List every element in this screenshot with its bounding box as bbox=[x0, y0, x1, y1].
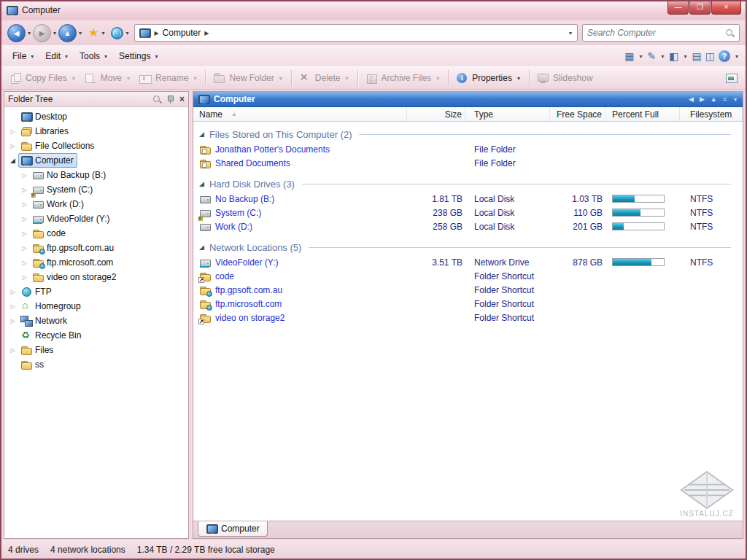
expand-arrow-icon[interactable]: ▷ bbox=[19, 260, 30, 266]
file-name-cell[interactable]: Work (D:) bbox=[193, 221, 407, 233]
file-row-work-d[interactable]: Work (D:)258 GBLocal Disk201 GBNTFS bbox=[193, 219, 743, 233]
header-back-icon[interactable]: ◀ bbox=[689, 96, 694, 103]
column-header-filesystem[interactable]: Filesystem bbox=[680, 107, 743, 121]
header-forward-icon[interactable]: ▶ bbox=[700, 96, 705, 103]
expand-arrow-icon[interactable]: ▷ bbox=[7, 347, 18, 354]
viewer-pane-button[interactable] bbox=[721, 70, 741, 87]
menu-file[interactable]: File ▾ bbox=[7, 48, 40, 64]
chevron-down-icon[interactable]: ▾ bbox=[192, 75, 198, 82]
tree-item-network[interactable]: ▷Network bbox=[4, 314, 188, 328]
tree-item-content[interactable]: code bbox=[30, 226, 69, 241]
archive-files-button[interactable]: Archive Files▾ bbox=[362, 70, 445, 87]
minimize-button[interactable]: — bbox=[667, 1, 689, 15]
group-header-network-locations-5[interactable]: ◢Network Locations (5) bbox=[193, 239, 743, 255]
rename-button[interactable]: Rename▾ bbox=[136, 70, 201, 87]
chevron-down-icon[interactable]: ▾ bbox=[278, 75, 284, 82]
help-dropdown[interactable]: ▾ bbox=[734, 53, 740, 60]
dual-pane-icon[interactable]: ◫ bbox=[705, 50, 715, 62]
help-icon[interactable] bbox=[719, 50, 730, 62]
file-name-cell[interactable]: No Backup (B:) bbox=[193, 193, 407, 205]
file-name-cell[interactable]: ftp.gpsoft.com.au bbox=[193, 284, 407, 296]
chevron-down-icon[interactable]: ▾ bbox=[125, 75, 131, 82]
header-up-icon[interactable]: ▲ bbox=[711, 96, 717, 103]
back-button[interactable]: ◀ bbox=[7, 24, 26, 42]
tree-item-content[interactable]: VideoFolder (Y:) bbox=[30, 211, 114, 226]
forward-dropdown[interactable]: ▾ bbox=[52, 30, 58, 36]
columns-icon[interactable]: ▤ bbox=[692, 50, 702, 62]
location-header[interactable]: Computer ◀ ▶ ▲ ≡ ▾ bbox=[193, 92, 743, 107]
file-row-system-c[interactable]: System (C:)238 GBLocal Disk110 GBNTFS bbox=[193, 206, 743, 219]
file-row-jonathan-potter-s-documents[interactable]: Jonathan Potter's DocumentsFile Folder bbox=[193, 142, 743, 156]
copy-files-button[interactable]: Copy Files▾ bbox=[6, 70, 80, 87]
file-name-cell[interactable]: code bbox=[193, 271, 407, 282]
view-grid-dropdown[interactable]: ▾ bbox=[638, 53, 644, 60]
expand-arrow-icon[interactable]: ▷ bbox=[7, 143, 18, 149]
column-header-size[interactable]: Size bbox=[407, 107, 465, 121]
file-row-ftp-microsoft-com[interactable]: ftp.microsoft.comFolder Shortcut bbox=[193, 297, 743, 311]
tree-item-content[interactable]: Computer bbox=[18, 153, 77, 168]
menu-settings[interactable]: Settings ▾ bbox=[114, 48, 164, 64]
expand-arrow-icon[interactable]: ▷ bbox=[19, 201, 30, 208]
edit-pencil-dropdown[interactable]: ▾ bbox=[659, 53, 665, 60]
forward-button[interactable]: ▶ bbox=[33, 24, 51, 42]
favorites-dropdown[interactable]: ▾ bbox=[100, 30, 106, 36]
chevron-down-icon[interactable]: ▾ bbox=[344, 75, 350, 82]
back-dropdown[interactable]: ▾ bbox=[26, 30, 32, 36]
expand-arrow-icon[interactable]: ▷ bbox=[19, 230, 30, 237]
tree-item-computer[interactable]: ◢Computer bbox=[4, 153, 188, 168]
tree-search-icon[interactable] bbox=[152, 95, 162, 104]
file-name-cell[interactable]: Shared Documents bbox=[193, 158, 407, 169]
column-header-type[interactable]: Type bbox=[465, 107, 550, 121]
up-dropdown[interactable]: ▾ bbox=[77, 30, 83, 36]
tree-item-content[interactable]: Work (D:) bbox=[30, 197, 88, 211]
tree-item-code[interactable]: ▷code bbox=[4, 226, 188, 241]
menu-edit[interactable]: Edit ▾ bbox=[40, 48, 74, 64]
collapse-arrow-icon[interactable]: ◢ bbox=[199, 131, 204, 138]
file-name-cell[interactable]: Jonathan Potter's Documents bbox=[193, 144, 407, 155]
file-row-video-on-storage2[interactable]: video on storage2Folder Shortcut bbox=[193, 311, 743, 324]
file-name-cell[interactable]: video on storage2 bbox=[193, 312, 407, 324]
tree-item-content[interactable]: Network bbox=[18, 314, 71, 328]
column-header-name[interactable]: Name▲ bbox=[193, 107, 407, 121]
maximize-button[interactable]: ❐ bbox=[689, 1, 711, 15]
expand-arrow-icon[interactable]: ▷ bbox=[7, 303, 18, 310]
tree-item-ftp-microsoft-com[interactable]: ▷ftp.microsoft.com bbox=[4, 255, 188, 270]
single-pane-icon[interactable]: ◧ bbox=[669, 50, 678, 62]
tree-close-icon[interactable]: × bbox=[179, 95, 185, 104]
tree-item-video-on-storage2[interactable]: ▷video on storage2 bbox=[4, 270, 188, 284]
group-header-files-stored-on-this-computer-2[interactable]: ◢Files Stored on This Computer (2) bbox=[193, 126, 743, 142]
tree-item-recycle-bin[interactable]: Recycle Bin bbox=[4, 328, 188, 343]
globe-icon[interactable] bbox=[111, 27, 123, 39]
crumb-arrow-icon[interactable]: ▶ bbox=[150, 30, 162, 36]
tree-item-content[interactable]: System (C:) bbox=[30, 182, 96, 197]
file-name-cell[interactable]: ftp.microsoft.com bbox=[193, 298, 407, 310]
file-row-videofolder-y[interactable]: VideoFolder (Y:)3.51 TBNetwork Drive878 … bbox=[193, 255, 743, 269]
tree-item-work-d[interactable]: ▷Work (D:) bbox=[4, 197, 188, 211]
expand-arrow-icon[interactable]: ▷ bbox=[19, 187, 30, 193]
tree-item-content[interactable]: Files bbox=[18, 343, 57, 357]
tree-item-libraries[interactable]: ▷Libraries bbox=[4, 124, 188, 139]
tree-item-ss[interactable]: ss bbox=[4, 357, 188, 372]
menu-tools[interactable]: Tools ▾ bbox=[74, 48, 114, 64]
collapse-arrow-icon[interactable]: ◢ bbox=[7, 157, 18, 164]
favorites-icon[interactable]: ★ bbox=[84, 26, 99, 41]
close-button[interactable]: × bbox=[711, 1, 741, 15]
tree-item-content[interactable]: Libraries bbox=[18, 124, 72, 139]
chevron-down-icon[interactable]: ▾ bbox=[516, 75, 522, 82]
tree-item-content[interactable]: ftp.gpsoft.com.au bbox=[30, 241, 117, 255]
file-name-cell[interactable]: System (C:) bbox=[193, 207, 407, 219]
search-input[interactable] bbox=[587, 28, 725, 38]
breadcrumb[interactable]: ▶ Computer ▶ ▾ bbox=[134, 24, 578, 42]
tree-item-content[interactable]: File Collections bbox=[18, 139, 98, 153]
tree-item-content[interactable]: ftp.microsoft.com bbox=[30, 255, 117, 270]
tree-item-ftp-gpsoft-com-au[interactable]: ▷ftp.gpsoft.com.au bbox=[4, 241, 188, 255]
tab-computer[interactable]: Computer bbox=[198, 521, 268, 537]
properties-button[interactable]: Properties▾ bbox=[452, 70, 525, 87]
header-menu-icon[interactable]: ≡ bbox=[723, 96, 727, 103]
expand-arrow-icon[interactable]: ▷ bbox=[19, 172, 30, 179]
slideshow-button[interactable]: Slideshow bbox=[533, 70, 597, 87]
globe-dropdown[interactable]: ▾ bbox=[124, 30, 130, 36]
file-name-cell[interactable]: VideoFolder (Y:) bbox=[193, 257, 407, 268]
tree-item-files[interactable]: ▷Files bbox=[4, 343, 188, 357]
chevron-down-icon[interactable]: ▾ bbox=[71, 75, 77, 82]
